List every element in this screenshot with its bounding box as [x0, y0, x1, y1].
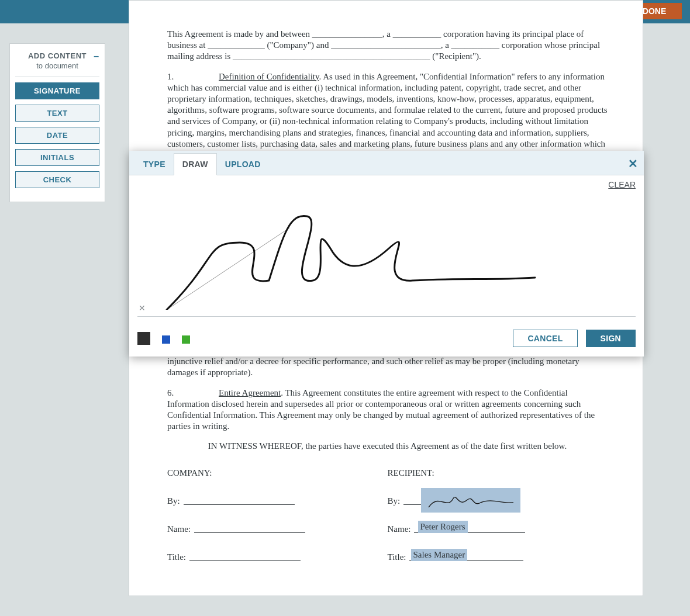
collapse-icon[interactable]: − — [94, 51, 99, 62]
company-title[interactable]: Title: — [167, 548, 388, 563]
doc-witness: IN WITNESS WHEREOF, the parties have exe… — [167, 441, 608, 452]
signature-block: COMPANY: By: Name: Title: RECIPIENT: By:… — [167, 468, 608, 576]
tool-text[interactable]: TEXT — [15, 105, 99, 122]
modal-tabs: TYPE DRAW UPLOAD ✕ — [129, 151, 644, 175]
clear-button[interactable]: CLEAR — [608, 180, 636, 189]
tool-signature[interactable]: SIGNATURE — [15, 82, 99, 99]
doc-section-1: 1.Definition of Confidentiality. As used… — [167, 71, 608, 161]
recipient-name-value[interactable]: Peter Rogers — [418, 521, 468, 533]
close-icon[interactable]: ✕ — [628, 157, 638, 171]
color-black[interactable] — [137, 332, 150, 345]
doc-intro: This Agreement is made by and between __… — [167, 29, 608, 63]
tab-upload[interactable]: UPLOAD — [217, 154, 269, 175]
company-label: COMPANY: — [167, 468, 388, 479]
doc-section-6: 6.Entire Agreement. This Agreement const… — [167, 387, 608, 432]
color-green[interactable] — [182, 335, 190, 344]
tool-date[interactable]: DATE — [15, 127, 99, 144]
tool-check[interactable]: CHECK — [15, 171, 99, 188]
cancel-button[interactable]: CANCEL — [513, 330, 577, 347]
sign-button[interactable]: SIGN — [586, 330, 636, 347]
recipient-by[interactable]: By: — [388, 492, 608, 507]
recipient-column: RECIPIENT: By: Name:Peter Rogers Title:S… — [388, 468, 608, 576]
placed-signature[interactable] — [421, 488, 520, 513]
color-blue[interactable] — [162, 335, 170, 344]
signature-canvas[interactable]: ✕ — [137, 193, 636, 317]
company-by[interactable]: By: — [167, 492, 388, 507]
recipient-label: RECIPIENT: — [388, 468, 608, 479]
tab-draw[interactable]: DRAW — [174, 153, 217, 175]
recipient-title-value[interactable]: Sales Manager — [411, 549, 468, 561]
modal-body: CLEAR ✕ — [129, 175, 644, 317]
modal-footer: CANCEL SIGN — [129, 317, 644, 357]
tool-initials[interactable]: INITIALS — [15, 149, 99, 166]
signature-modal: TYPE DRAW UPLOAD ✕ CLEAR ✕ CANCEL SIGN — [129, 151, 644, 357]
recipient-name[interactable]: Name:Peter Rogers — [388, 520, 608, 535]
company-column: COMPANY: By: Name: Title: — [167, 468, 388, 576]
recipient-title[interactable]: Title:Sales Manager — [388, 548, 608, 563]
company-name[interactable]: Name: — [167, 520, 388, 535]
sidebar: − ADD CONTENT to document SIGNATURE TEXT… — [9, 43, 105, 202]
sidebar-subtitle: to document — [15, 61, 99, 70]
tab-type[interactable]: TYPE — [135, 154, 174, 175]
sidebar-title: ADD CONTENT — [15, 51, 99, 60]
